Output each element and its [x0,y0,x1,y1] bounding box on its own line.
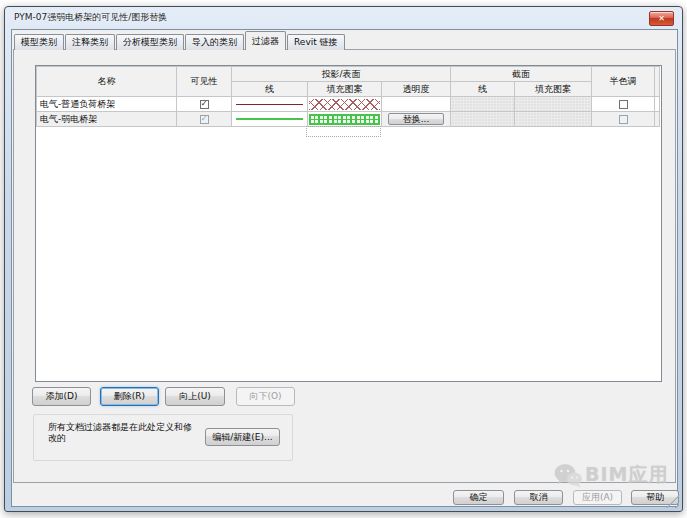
section-lines-cell-disabled [451,97,515,112]
crosshatch-pattern-swatch [309,99,380,110]
projection-pattern-cell[interactable] [308,97,382,112]
projection-pattern-cell[interactable] [308,112,382,127]
line-swatch [236,104,304,105]
tab-revit-links[interactable]: Revit 链接 [287,34,345,50]
delete-button[interactable]: 删除(R) [100,387,159,406]
tab-filters[interactable]: 过滤器 [245,31,286,50]
close-button[interactable]: ✕ [649,11,674,26]
transparency-cell: 替换... [382,112,451,127]
add-button[interactable]: 添加(D) [32,387,91,406]
filters-note-groupbox: 所有文档过滤器都是在此处定义和修改的 编辑/新建(E)... [33,414,293,461]
ok-button[interactable]: 确定 [453,490,504,505]
override-button[interactable]: 替换... [388,113,444,125]
col-header-section-lines: 线 [451,82,515,97]
visibility-checkbox-cell[interactable]: ✓ [177,97,232,112]
filter-name-cell[interactable]: 电气-普通负荷桥架 [37,97,177,112]
table-filler [655,97,660,112]
section-lines-cell-disabled [451,112,515,127]
move-up-button[interactable]: 向上(U) [165,387,225,406]
titlebar[interactable]: PYM-07强弱电桥架的可见性/图形替换 ✕ [5,7,682,29]
visibility-checkbox[interactable]: ✓ [200,115,209,124]
grid-pattern-swatch [309,114,380,125]
table-filler [655,112,660,127]
visibility-checkbox-cell[interactable]: ✓ [177,112,232,127]
halftone-checkbox-cell[interactable] [592,112,655,127]
col-header-transparency: 透明度 [382,82,451,97]
dialog-content: 模型类别 注释类别 分析模型类别 导入的类别 过滤器 Revit 链接 [11,29,678,507]
col-group-section: 截面 [451,67,592,82]
tab-imported-categories[interactable]: 导入的类别 [185,34,244,50]
screen: PYM-07强弱电桥架的可见性/图形替换 ✕ 模型类别 注释类别 分析模型类别 … [0,0,687,518]
close-icon: ✕ [658,14,665,23]
projection-lines-cell[interactable] [232,112,308,127]
edit-new-button[interactable]: 编辑/新建(E)... [205,428,280,446]
halftone-checkbox-cell[interactable] [592,97,655,112]
tab-model-categories[interactable]: 模型类别 [14,34,64,50]
section-pattern-cell-disabled [515,112,592,127]
table-row-filter-2: 电气-弱电桥架 ✓ [37,112,660,127]
col-header-visibility: 可见性 [177,67,232,97]
line-swatch [236,118,304,120]
halftone-checkbox[interactable] [619,115,628,124]
tab-annotation-categories[interactable]: 注释类别 [65,34,115,50]
filters-note-text: 所有文档过滤器都是在此处定义和修改的 [48,422,200,444]
col-header-name: 名称 [37,67,177,97]
col-header-section-patterns: 填充图案 [515,82,592,97]
col-header-projection-patterns: 填充图案 [308,82,382,97]
col-group-projection-surface: 投影/表面 [232,67,451,82]
visibility-checkbox[interactable]: ✓ [200,100,209,109]
col-header-projection-lines: 线 [232,82,308,97]
dialog-window: PYM-07强弱电桥架的可见性/图形替换 ✕ 模型类别 注释类别 分析模型类别 … [4,6,683,512]
halftone-checkbox[interactable] [619,100,628,109]
pattern-cell-selection-hint [306,126,381,137]
tab-page-filters: 名称 可见性 投影/表面 截面 半色调 线 填充图案 透明度 [13,49,676,483]
apply-button: 应用(A) [573,490,622,505]
table-row-filter-1: 电气-普通负荷桥架 ✓ [37,97,660,112]
tab-analytical-model-categories[interactable]: 分析模型类别 [116,34,184,50]
cancel-button[interactable]: 取消 [514,490,563,505]
table-filler [655,67,660,97]
filters-table-container: 名称 可见性 投影/表面 截面 半色调 线 填充图案 透明度 [35,65,662,382]
section-pattern-cell-disabled [515,97,592,112]
tab-strip: 模型类别 注释类别 分析模型类别 导入的类别 过滤器 Revit 链接 [14,32,346,50]
projection-lines-cell[interactable] [232,97,308,112]
move-down-button: 向下(O) [236,387,295,406]
filters-table: 名称 可见性 投影/表面 截面 半色调 线 填充图案 透明度 [36,66,660,127]
window-title: PYM-07强弱电桥架的可见性/图形替换 [14,7,167,28]
col-header-halftone: 半色调 [592,67,655,97]
transparency-cell[interactable] [382,97,451,112]
filter-name-cell[interactable]: 电气-弱电桥架 [37,112,177,127]
